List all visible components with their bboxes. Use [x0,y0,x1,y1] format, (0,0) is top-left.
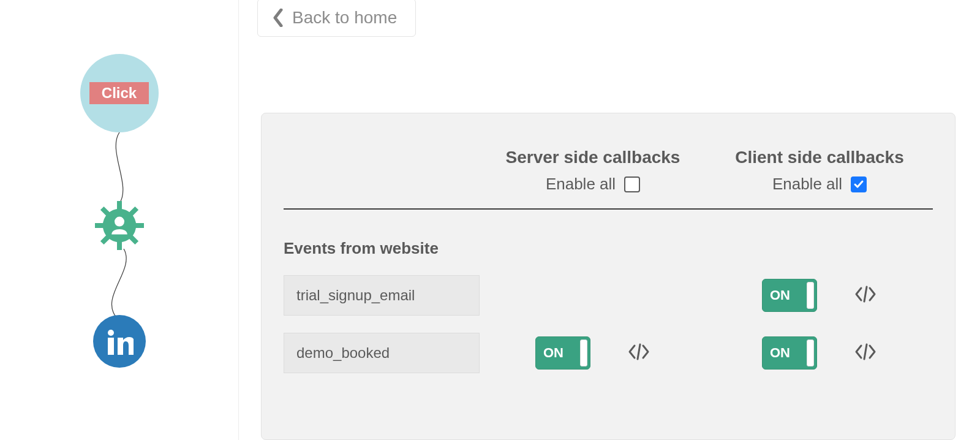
view-code-button[interactable] [854,286,877,305]
event-client-cell: ON [706,279,933,312]
client-enable-all[interactable]: Enable all [772,175,867,194]
view-code-button[interactable] [627,343,650,363]
toggle-knob [807,339,814,366]
gear-person-icon [95,201,144,250]
svg-rect-11 [108,338,114,355]
toggle-knob [580,339,587,366]
back-to-home-label: Back to home [292,8,397,28]
client-column-title: Client side callbacks [706,148,933,167]
svg-rect-2 [95,223,104,228]
main-panel: Back to home Server side callbacks Enabl… [239,0,980,440]
pipeline-sidebar: Click [0,0,239,440]
code-icon [627,343,650,360]
svg-rect-0 [117,201,122,210]
event-name: trial_signup_email [284,275,480,316]
callbacks-panel: Server side callbacks Enable all Client … [261,113,956,440]
svg-point-9 [115,217,124,227]
connector-line-icon [98,249,141,317]
events-section-title: Events from website [284,239,933,258]
columns-header: Server side callbacks Enable all Client … [284,148,933,210]
event-client-cell: ON [706,336,933,370]
server-enable-all-label: Enable all [546,175,616,194]
toggle-label: ON [770,345,790,361]
chevron-left-icon [273,9,284,27]
view-code-button[interactable] [854,343,877,363]
connector-line-icon [101,132,138,203]
event-name: demo_booked [284,333,480,373]
back-to-home-button[interactable]: Back to home [257,0,416,37]
toggle-label: ON [770,287,790,303]
toggle-label: ON [543,345,564,361]
toggle-knob [807,282,814,309]
server-column-title: Server side callbacks [480,148,706,167]
event-row: demo_bookedONON [284,333,933,373]
toggle-switch[interactable]: ON [762,279,817,312]
toggle-switch[interactable]: ON [535,336,590,370]
server-column-header: Server side callbacks Enable all [480,148,706,194]
check-icon [853,179,864,190]
client-enable-all-label: Enable all [772,175,842,194]
pipeline-step-linkedin[interactable] [93,315,146,368]
pipeline-step-process[interactable] [95,201,144,250]
svg-rect-3 [135,223,143,228]
client-column-header: Client side callbacks Enable all [706,148,933,194]
code-icon [854,343,877,360]
server-enable-all[interactable]: Enable all [546,175,640,194]
toggle-switch[interactable]: ON [762,336,817,370]
code-icon [854,286,877,303]
event-server-cell: ON [480,336,706,370]
svg-point-10 [108,330,114,336]
server-enable-all-checkbox[interactable] [624,176,640,192]
pipeline-step-click[interactable]: Click [80,54,159,132]
linkedin-icon [105,327,134,355]
event-row: trial_signup_emailON [284,275,933,316]
client-enable-all-checkbox[interactable] [851,176,867,192]
click-tag: Click [89,82,149,104]
